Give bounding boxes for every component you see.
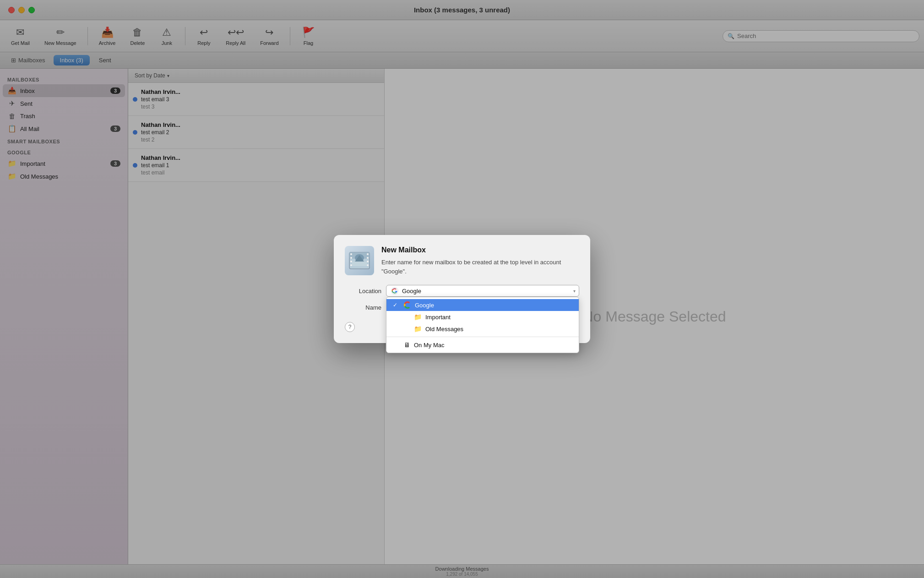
help-button[interactable]: ? [345, 322, 355, 332]
stamp-svg [348, 249, 371, 273]
dropdown-arrow-icon: ▾ [573, 289, 576, 294]
dropdown-old-messages-label: Old Messages [425, 326, 463, 333]
dialog-header: New Mailbox Enter name for new mailbox t… [345, 246, 579, 276]
mac-icon: 🖥 [404, 341, 410, 349]
location-row: Location Google ▾ [345, 285, 579, 297]
svg-point-8 [350, 264, 352, 266]
svg-rect-4 [352, 262, 367, 266]
important-folder-dropdown-icon: 📁 [414, 313, 422, 321]
old-messages-folder-dropdown-icon: 📁 [414, 325, 422, 333]
dropdown-on-my-mac-label: On My Mac [414, 342, 444, 349]
check-icon: ✓ [393, 302, 400, 308]
dropdown-important-label: Important [425, 314, 451, 321]
svg-point-6 [350, 257, 352, 259]
dialog-help: ? [345, 322, 355, 332]
location-dropdown: ✓ Google 📁 Importa [386, 297, 579, 353]
new-mailbox-dialog: New Mailbox Enter name for new mailbox t… [334, 235, 590, 343]
dialog-overlay: New Mailbox Enter name for new mailbox t… [0, 0, 924, 578]
svg-point-10 [367, 257, 369, 259]
location-select[interactable]: Google ▾ [386, 285, 579, 297]
location-label: Location [345, 288, 381, 294]
dropdown-item-on-my-mac[interactable]: 🖥 On My Mac [386, 339, 579, 351]
svg-point-9 [367, 253, 369, 255]
svg-point-5 [350, 253, 352, 255]
dialog-form: Location Google ▾ [345, 285, 579, 313]
google-g-icon [404, 301, 411, 309]
svg-point-7 [350, 261, 352, 262]
dropdown-item-old-messages[interactable]: 📁 Old Messages [386, 323, 579, 335]
google-icon [391, 287, 398, 294]
dialog-text-block: New Mailbox Enter name for new mailbox t… [381, 246, 579, 276]
name-label: Name [345, 304, 381, 311]
dropdown-divider [386, 337, 579, 337]
dropdown-item-google[interactable]: ✓ Google [386, 299, 579, 311]
dialog-title: New Mailbox [381, 246, 579, 254]
dialog-description: Enter name for new mailbox to be created… [381, 258, 579, 276]
location-selected-value: Google [402, 288, 421, 294]
svg-point-11 [367, 261, 369, 262]
dropdown-google-label: Google [415, 302, 434, 309]
svg-point-12 [367, 264, 369, 266]
dialog-icon [345, 246, 374, 275]
location-select-wrapper: Google ▾ ✓ Googl [386, 285, 579, 297]
dropdown-item-important[interactable]: 📁 Important [386, 311, 579, 323]
